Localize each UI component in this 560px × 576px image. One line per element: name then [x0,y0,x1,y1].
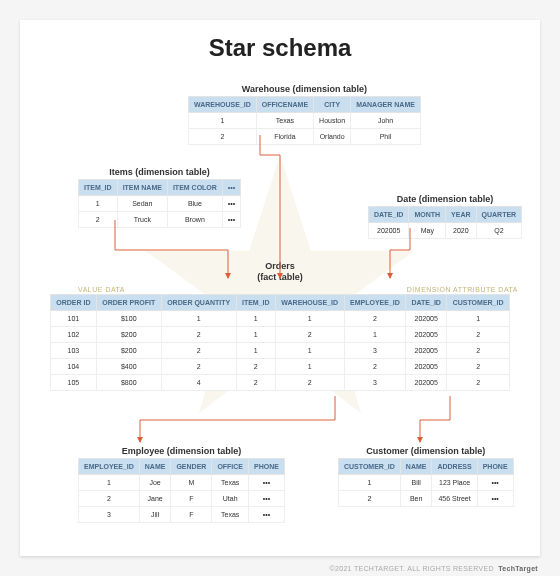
table-cell: Texas [256,113,313,129]
table-cell: 2 [344,359,406,375]
column-header: EMPLOYEE_ID [79,459,140,475]
table-cell: 202005 [406,359,447,375]
table-cell: ••• [222,212,240,228]
table-cell: Houston [314,113,351,129]
table-cell: Orlando [314,129,351,145]
table-cell: 202005 [406,327,447,343]
table-cell: 101 [51,311,97,327]
column-header: CUSTOMER_ID [339,459,401,475]
table-cell: 2 [275,375,344,391]
table-cell: Q2 [476,223,522,239]
table-cell: 2 [236,359,275,375]
table-cell: 1 [161,311,236,327]
column-header: ••• [222,180,240,196]
table-cell: ••• [477,491,513,507]
table-cell: 1 [339,475,401,491]
table-cell: $800 [96,375,161,391]
table-row: 1JoeMTexas••• [79,475,285,491]
table-cell: 1 [236,343,275,359]
table-row: 105$80042232020052 [51,375,510,391]
table-cell: Jane [139,491,171,507]
table-cell: 102 [51,327,97,343]
table-cell: Sedan [117,196,167,212]
column-header: CITY [314,97,351,113]
table-cell: 2 [447,343,510,359]
column-header: QUARTER [476,207,522,223]
column-header: ORDER PROFIT [96,295,161,311]
column-header: OFFICENAME [256,97,313,113]
table-cell: ••• [249,507,285,523]
table-cell: ••• [249,491,285,507]
table-cell: 4 [161,375,236,391]
table-cell: 1 [79,196,118,212]
table-cell: 105 [51,375,97,391]
table-cell: 2 [447,375,510,391]
table-row: 1TexasHoustonJohn [189,113,421,129]
value-data-label: VALUE DATA [78,286,125,293]
table-cell: M [171,475,212,491]
orders-caption-line2: (fact table) [257,272,303,282]
column-header: ITEM_ID [79,180,118,196]
table-cell: Utah [212,491,249,507]
table-cell: 2 [79,491,140,507]
column-header: ORDER ID [51,295,97,311]
table-cell: 202005 [406,311,447,327]
table-cell: 1 [275,311,344,327]
employee-table: EMPLOYEE_IDNAMEGENDEROFFICEPHONE1JoeMTex… [78,458,285,523]
column-header: DATE_ID [406,295,447,311]
table-cell: Ben [400,491,432,507]
column-header: CUSTOMER_ID [447,295,510,311]
table-cell: 3 [79,507,140,523]
table-cell: 1 [344,327,406,343]
table-cell: 202005 [406,375,447,391]
table-cell: 1 [236,311,275,327]
table-cell: 1 [447,311,510,327]
table-row: 104$40022122020052 [51,359,510,375]
table-row: 1Bill123 Place••• [339,475,514,491]
date-table-wrap: Date (dimension table) DATE_IDMONTHYEARQ… [368,194,522,239]
column-header: ADDRESS [432,459,477,475]
table-cell: 1 [236,327,275,343]
table-cell: 202005 [369,223,409,239]
table-row: 102$20021212020052 [51,327,510,343]
warehouse-table-wrap: Warehouse (dimension table) WAREHOUSE_ID… [188,84,421,145]
table-cell: 1 [79,475,140,491]
table-cell: 2 [275,327,344,343]
table-cell: 123 Place [432,475,477,491]
employee-table-wrap: Employee (dimension table) EMPLOYEE_IDNA… [78,446,285,523]
table-cell: ••• [477,475,513,491]
table-cell: 103 [51,343,97,359]
table-cell: ••• [222,196,240,212]
table-cell: F [171,491,212,507]
table-row: 202005May2020Q2 [369,223,522,239]
table-cell: May [409,223,446,239]
orders-caption-wrap: Orders (fact table) [38,261,522,285]
column-header: MANAGER NAME [351,97,421,113]
orders-table: ORDER IDORDER PROFITORDER QUANTITYITEM_I… [50,294,510,391]
diagram-title: Star schema [38,34,522,62]
customer-table: CUSTOMER_IDNAMEADDRESSPHONE1Bill123 Plac… [338,458,514,507]
table-cell: 202005 [406,343,447,359]
table-row: 1SedanBlue••• [79,196,241,212]
column-header: MONTH [409,207,446,223]
items-table-wrap: Items (dimension table) ITEM_IDITEM NAME… [78,167,241,228]
column-header: ITEM NAME [117,180,167,196]
column-header: ITEM COLOR [167,180,222,196]
table-cell: Brown [167,212,222,228]
table-row: 101$10011122020051 [51,311,510,327]
table-cell: Joe [139,475,171,491]
table-cell: Bill [400,475,432,491]
column-header: EMPLOYEE_ID [344,295,406,311]
table-cell: $400 [96,359,161,375]
table-cell: 2 [344,311,406,327]
table-cell: Florida [256,129,313,145]
footer: ©2021 TECHTARGET. ALL RIGHTS RESERVED Te… [330,565,538,572]
employee-caption: Employee (dimension table) [78,446,285,456]
table-cell: 2 [161,327,236,343]
copyright-text: ©2021 TECHTARGET. ALL RIGHTS RESERVED [330,565,494,572]
table-cell: 3 [344,343,406,359]
column-header: DATE_ID [369,207,409,223]
table-row: 103$20021132020052 [51,343,510,359]
column-header: WAREHOUSE_ID [275,295,344,311]
column-header: NAME [139,459,171,475]
